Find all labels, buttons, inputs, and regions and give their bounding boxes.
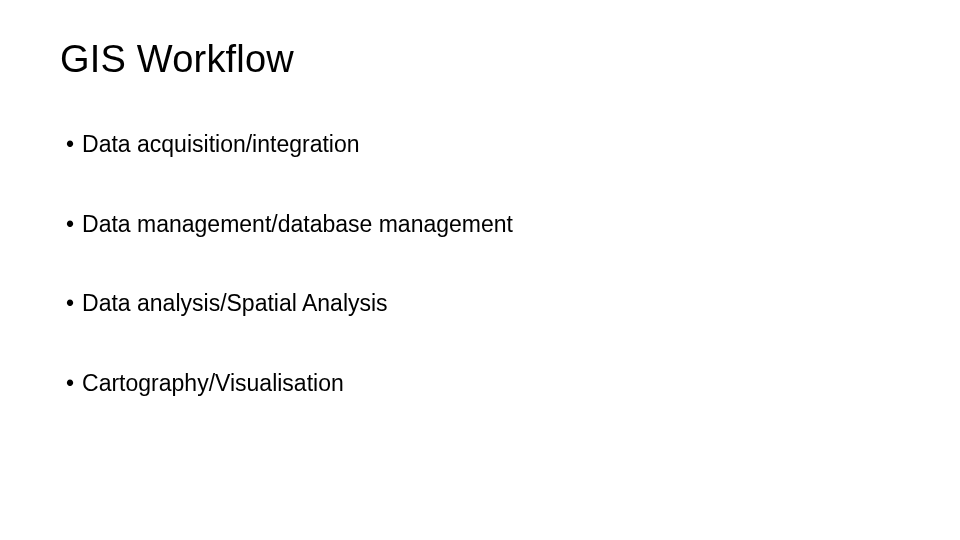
bullet-list: • Data acquisition/integration • Data ma… [60, 131, 900, 397]
bullet-icon: • [66, 211, 74, 239]
slide-title: GIS Workflow [60, 38, 900, 81]
list-item: • Data analysis/Spatial Analysis [66, 290, 900, 318]
bullet-text: Data acquisition/integration [82, 131, 359, 159]
bullet-icon: • [66, 370, 74, 398]
list-item: • Data management/database management [66, 211, 900, 239]
bullet-text: Data analysis/Spatial Analysis [82, 290, 388, 318]
bullet-icon: • [66, 131, 74, 159]
list-item: • Data acquisition/integration [66, 131, 900, 159]
bullet-text: Data management/database management [82, 211, 513, 239]
bullet-icon: • [66, 290, 74, 318]
list-item: • Cartography/Visualisation [66, 370, 900, 398]
bullet-text: Cartography/Visualisation [82, 370, 344, 398]
